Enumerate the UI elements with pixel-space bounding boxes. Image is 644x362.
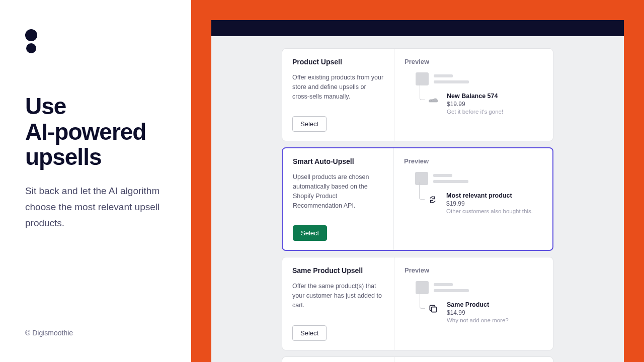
marketing-sidebar: Use AI-powered upsells Sit back and let … — [0, 0, 191, 362]
refresh-icon — [425, 192, 440, 207]
card-title: Same Product Upsell — [292, 266, 384, 275]
card-info: Product Upsell Offer existing products f… — [282, 49, 394, 141]
card-preview: Preview Sa — [394, 257, 553, 349]
preview-tree: Same Product $14.99 Why not add one more… — [405, 281, 543, 323]
card-info: Gift Packaging — [282, 357, 394, 363]
preview-product-name: Most relevant product — [446, 192, 533, 199]
select-button[interactable]: Select — [293, 225, 327, 241]
placeholder-text-icon — [434, 74, 469, 83]
app-frame: Product Upsell Offer existing products f… — [211, 20, 624, 362]
card-description: Offer the same product(s) that your cust… — [292, 282, 384, 310]
card-title: Product Upsell — [292, 58, 384, 66]
preview-product-text: New Balance 574 $19.99 Get it before it'… — [447, 93, 503, 115]
upsell-card-smart-auto[interactable]: Smart Auto-Upsell Upsell products are ch… — [282, 147, 553, 251]
preview-label: Preview — [405, 266, 543, 274]
preview-child-item: Most relevant product $19.99 Other custo… — [425, 192, 542, 214]
card-preview: Preview Ne — [394, 49, 553, 141]
placeholder-text-icon — [433, 174, 468, 183]
upsell-card-gift-packaging[interactable]: Gift Packaging Preview — [282, 356, 553, 363]
copy-icon — [426, 301, 441, 316]
logo-dot-large — [25, 29, 37, 41]
card-info: Smart Auto-Upsell Upsell products are ch… — [283, 148, 393, 250]
preview-child-item: New Balance 574 $19.99 Get it before it'… — [426, 93, 543, 115]
preview-product-price: $14.99 — [447, 309, 509, 316]
upsell-cards-list: Product Upsell Offer existing products f… — [211, 36, 624, 362]
placeholder-text-icon — [434, 283, 469, 292]
preview-product-name: New Balance 574 — [447, 93, 503, 100]
preview-product-text: Most relevant product $19.99 Other custo… — [446, 192, 533, 214]
card-info: Same Product Upsell Offer the same produ… — [282, 257, 394, 349]
select-button[interactable]: Select — [292, 325, 327, 341]
copyright: © Digismoothie — [25, 329, 166, 337]
preview-product-price: $19.99 — [447, 101, 503, 108]
card-description: Offer existing products from your store … — [292, 73, 384, 101]
main-panel: Product Upsell Offer existing products f… — [191, 0, 644, 362]
main-heading: Use AI-powered upsells — [25, 94, 166, 170]
sneaker-icon — [426, 93, 441, 108]
subheading: Sit back and let the AI algorithm choose… — [25, 183, 166, 232]
upsell-card-same-product[interactable]: Same Product Upsell Offer the same produ… — [282, 257, 553, 350]
select-button[interactable]: Select — [292, 116, 327, 132]
preview-product-text: Same Product $14.99 Why not add one more… — [447, 301, 509, 323]
preview-product-price: $19.99 — [446, 200, 533, 207]
preview-label: Preview — [404, 157, 542, 165]
card-preview: Preview — [394, 357, 553, 363]
preview-tree: New Balance 574 $19.99 Get it before it'… — [405, 72, 543, 115]
card-preview: Preview Mo — [393, 148, 552, 250]
upsell-card-product[interactable]: Product Upsell Offer existing products f… — [282, 48, 553, 141]
logo-dot-small — [26, 43, 36, 53]
preview-label: Preview — [405, 58, 543, 65]
card-title: Smart Auto-Upsell — [293, 157, 383, 165]
app-topbar — [211, 20, 624, 36]
svg-rect-0 — [432, 307, 437, 312]
preview-product-note: Why not add one more? — [447, 317, 509, 323]
preview-parent-item — [415, 172, 542, 185]
preview-parent-item — [416, 72, 543, 85]
logo — [25, 29, 166, 53]
preview-tree: Most relevant product $19.99 Other custo… — [404, 172, 542, 214]
preview-product-note: Get it before it's gone! — [447, 109, 503, 115]
card-description: Upsell products are chosen automatically… — [293, 172, 383, 210]
preview-parent-item — [416, 281, 543, 294]
preview-product-note: Other customers also bought this. — [446, 208, 533, 214]
preview-product-name: Same Product — [447, 301, 509, 308]
preview-child-item: Same Product $14.99 Why not add one more… — [426, 301, 543, 323]
